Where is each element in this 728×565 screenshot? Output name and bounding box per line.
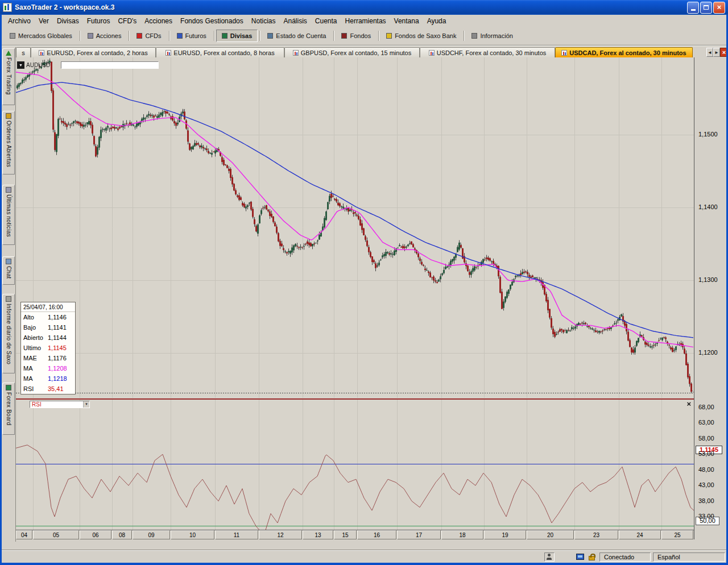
menu-bar: Archivo Ver Divisas Futuros CFD's Accion… (2, 15, 726, 27)
toolbar-label: Información (480, 32, 512, 39)
user-icon (547, 554, 552, 560)
time-axis-day-16[interactable]: 16 (357, 530, 396, 539)
maximize-button[interactable] (700, 2, 712, 14)
sidebar-tab-ultimas-noticias[interactable]: Últimas noticias (2, 185, 15, 245)
menu-archivo[interactable]: Archivo (4, 15, 35, 27)
title-bar[interactable]: SaxoTrader 2 - workspace.ok.3 × (0, 0, 728, 15)
sidebar-tab-forex-board[interactable]: Forex Board (2, 383, 15, 435)
chart-tab-usdcad-30m[interactable]: USDCAD, Forex al contado, 30 minutos (555, 47, 693, 57)
time-axis-day-05[interactable]: 05 (33, 530, 79, 539)
menu-herramientas[interactable]: Herramientas (341, 15, 390, 27)
tooltip-row-ma-slow: MA1,1218 (21, 373, 75, 384)
sidebar-tab-informe-diario[interactable]: Informe diario de Saxo (2, 294, 15, 373)
toolbar-separator (169, 31, 169, 41)
sidebar-tab-label: Ordenes Abiertas (6, 121, 12, 167)
menu-divisas[interactable]: Divisas (53, 15, 83, 27)
chart-tab-row: s EURUSD, Forex al contado, 2 horas EURU… (16, 47, 728, 57)
sidebar-tab-label: Informe diario de Saxo (6, 304, 12, 364)
rsi-tick-label: 68,00 (698, 404, 714, 410)
rsi-indicator-combo[interactable]: RSI ▼ (30, 401, 90, 408)
symbol-input[interactable] (61, 61, 159, 69)
time-axis-day-06[interactable]: 06 (80, 530, 111, 539)
rsi-tick-label: 63,00 (698, 419, 714, 426)
price-tick-label: 1,1300 (698, 276, 718, 283)
time-axis-day-19[interactable]: 19 (484, 530, 526, 539)
network-icon[interactable] (576, 554, 584, 560)
toolbar-informacion[interactable]: Información (466, 30, 518, 42)
sidebar-tab-chat[interactable]: Chat (2, 256, 15, 285)
chart-tab-eurusd-8h[interactable]: EURUSD, Forex al contado, 8 horas (156, 47, 284, 57)
toolbar-separator (129, 31, 129, 41)
menu-cfds[interactable]: CFD's (114, 15, 140, 27)
toolbar-cfds[interactable]: CFDs (131, 30, 167, 42)
symbol-dropdown-button[interactable]: ▼ (17, 61, 24, 69)
time-axis-day-12[interactable]: 12 (259, 530, 302, 539)
chart-tab-eurusd-2h[interactable]: EURUSD, Forex al contado, 2 horas (31, 47, 156, 57)
menu-noticias[interactable]: Noticias (247, 15, 280, 27)
forex-board-icon (6, 385, 11, 390)
tab-scroll-right-icon[interactable]: ► (713, 48, 720, 57)
chart-tab-label: USDCAD, Forex al contado, 30 minutos (569, 49, 686, 56)
sidebar-tab-label: Forex Board (6, 392, 12, 425)
main-toolbar: Mercados Globales Acciones CFDs Futuros … (2, 27, 726, 44)
time-axis-day-08[interactable]: 08 (112, 530, 132, 539)
price-chart-canvas[interactable] (16, 57, 694, 398)
menu-cuenta[interactable]: Cuenta (311, 15, 341, 27)
tab-scroll-left-icon[interactable]: ◄ (706, 48, 713, 57)
tab-scroll-group: ◄ ► × (706, 47, 728, 57)
tooltip-row-alto: Alto1,1146 (21, 312, 75, 322)
time-axis-day-23[interactable]: 23 (574, 530, 618, 539)
time-axis-day-25[interactable]: 25 (661, 530, 693, 539)
rsi-tick-label: 58,00 (698, 435, 714, 442)
close-button[interactable]: × (713, 2, 725, 14)
rsi-canvas[interactable] (16, 400, 694, 530)
sidebar-tab-ordenes-abiertas[interactable]: Ordenes Abiertas (2, 111, 15, 175)
time-axis-day-10[interactable]: 10 (171, 530, 214, 539)
toolbar-futuros[interactable]: Futuros (171, 30, 212, 42)
language-status[interactable]: Español (653, 552, 725, 562)
chat-icon (6, 259, 11, 264)
time-axis-day-20[interactable]: 20 (527, 530, 574, 539)
time-axis-day-13[interactable]: 13 (303, 530, 333, 539)
menu-ayuda[interactable]: Ayuda (423, 15, 450, 27)
toolbar-fondos[interactable]: Fondos (336, 30, 377, 42)
rsi-tick-label: 38,00 (698, 497, 714, 504)
time-axis-day-09[interactable]: 09 (133, 530, 170, 539)
time-axis-day-17[interactable]: 17 (397, 530, 441, 539)
chart-tab-gbpusd-15m[interactable]: GBPUSD, Forex al contado, 15 minutos (284, 47, 420, 57)
time-axis: 040506080910111213151617181920232425 (16, 530, 694, 539)
price-axis[interactable]: 1,1145 50,00 1,15001,14001,13001,120068,… (694, 57, 728, 539)
time-axis-day-04[interactable]: 04 (16, 530, 32, 539)
price-tick-label: 1,1400 (698, 203, 718, 210)
menu-fondos-gestionados[interactable]: Fondos Gestionados (176, 15, 247, 27)
time-axis-day-24[interactable]: 24 (619, 530, 661, 539)
rsi-close-icon[interactable]: × (686, 400, 691, 408)
chart-tab-label: s (22, 49, 25, 56)
sidebar-tab-forex-trading[interactable]: Forex Trading (2, 48, 15, 105)
sidebar-tab-label: Forex Trading (6, 57, 12, 95)
toolbar-separator (378, 31, 379, 41)
toolbar-acciones[interactable]: Acciones (82, 30, 127, 42)
symbol-label: AUDUSD (26, 62, 59, 68)
menu-analisis[interactable]: Análisis (279, 15, 311, 27)
chart-tab-stub[interactable]: s (16, 47, 31, 57)
forex-icon (222, 33, 228, 39)
rsi-tick-label: 48,00 (698, 466, 714, 473)
time-axis-day-11[interactable]: 11 (215, 530, 258, 539)
toolbar-mercados-globales[interactable]: Mercados Globales (4, 30, 78, 42)
toolbar-fondos-saxo-bank[interactable]: Fondos de Saxo Bank (380, 30, 462, 42)
menu-ventana[interactable]: Ventana (390, 15, 423, 27)
menu-ver[interactable]: Ver (35, 15, 53, 27)
chart-tab-label: USDCHF, Forex al contado, 30 minutos (437, 49, 547, 56)
toolbar-estado-de-cuenta[interactable]: Estado de Cuenta (262, 30, 332, 42)
time-axis-day-15[interactable]: 15 (334, 530, 357, 539)
chart-tab-usdchf-30m[interactable]: USDCHF, Forex al contado, 30 minutos (420, 47, 555, 57)
minimize-button[interactable] (687, 2, 699, 14)
time-axis-day-18[interactable]: 18 (441, 530, 483, 539)
chart-tab-label: EURUSD, Forex al contado, 8 horas (173, 49, 274, 56)
toolbar-separator (464, 31, 464, 41)
menu-futuros[interactable]: Futuros (83, 15, 114, 27)
toolbar-divisas[interactable]: Divisas (216, 30, 258, 42)
toolbar-separator (333, 31, 334, 41)
menu-acciones[interactable]: Acciones (140, 15, 176, 27)
